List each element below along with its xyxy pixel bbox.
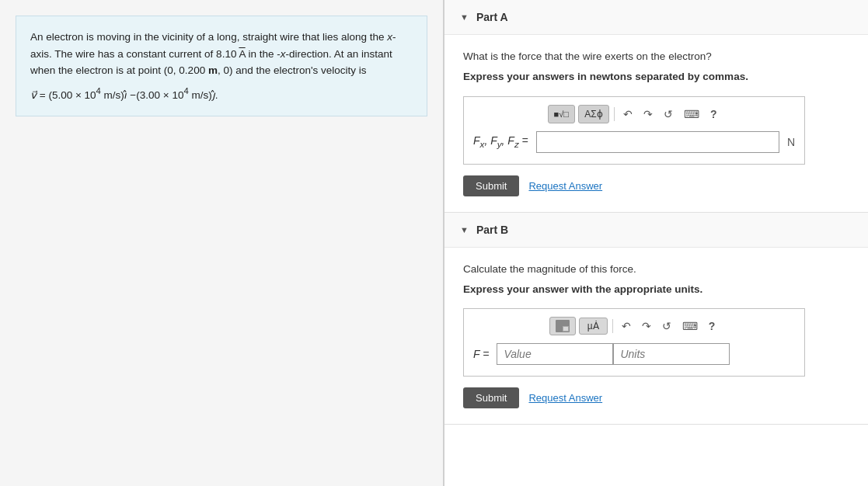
part-a-input-label: Fx, Fy, Fz =: [473, 134, 528, 149]
part-a-chevron-icon: ▼: [460, 12, 469, 22]
part-a-redo-btn[interactable]: ↷: [640, 106, 657, 123]
part-b-undo-btn[interactable]: ↶: [618, 318, 635, 335]
part-a-action-row: Submit Request Answer: [463, 175, 849, 196]
part-a-unit: N: [787, 136, 795, 148]
part-b-answer-container: µȦ ↶ ↷ ↺ ⌨ ? F =: [463, 308, 805, 377]
part-b-value-input[interactable]: [497, 343, 613, 365]
part-a-template-btn[interactable]: ■√□: [548, 105, 575, 123]
part-a-answer-input[interactable]: [536, 131, 779, 153]
part-a-header[interactable]: ▼ Part A: [444, 0, 868, 35]
part-a-submit-button[interactable]: Submit: [463, 175, 519, 196]
part-b-header[interactable]: ▼ Part B: [444, 213, 868, 248]
part-a-section: ▼ Part A What is the force that the wire…: [444, 0, 868, 213]
part-b-reset-btn[interactable]: ↺: [658, 318, 675, 335]
part-a-label: Part A: [476, 11, 508, 23]
part-a-toolbar: ■√□ AΣϕ ↶ ↷ ↺ ⌨ ?: [473, 105, 795, 123]
part-b-toolbar: µȦ ↶ ↷ ↺ ⌨ ?: [473, 317, 795, 335]
part-b-template-btn[interactable]: [549, 317, 576, 335]
part-a-answer-container: ■√□ AΣϕ ↶ ↷ ↺ ⌨ ? Fx, Fy, Fz =: [463, 96, 805, 165]
part-a-input-row: Fx, Fy, Fz = N: [473, 131, 795, 153]
part-b-units-input[interactable]: [613, 343, 730, 365]
part-b-redo-btn[interactable]: ↷: [638, 318, 655, 335]
left-panel: An electron is moving in the vicinity of…: [0, 0, 443, 486]
part-a-keyboard-btn[interactable]: ⌨: [680, 106, 703, 123]
part-b-submit-button[interactable]: Submit: [463, 387, 519, 408]
part-b-chevron-icon: ▼: [460, 225, 469, 234]
part-b-instruction: Express your answer with the appropriate…: [463, 282, 849, 297]
part-b-keyboard-btn[interactable]: ⌨: [678, 318, 702, 335]
part-b-content: Calculate the magnitude of this force. E…: [444, 248, 868, 425]
part-a-reset-btn[interactable]: ↺: [660, 106, 677, 123]
part-b-request-answer-button[interactable]: Request Answer: [528, 392, 602, 404]
part-b-input-label: F =: [473, 348, 489, 360]
problem-text: An electron is moving in the vicinity of…: [30, 29, 413, 79]
part-b-action-row: Submit Request Answer: [463, 387, 849, 408]
part-b-input-row: F =: [473, 343, 795, 365]
problem-equation: v⃗ = (5.00 × 104 m/s)ı̂ −(3.00 × 104 m/s…: [30, 84, 413, 103]
toolbar-sep-2: [612, 319, 613, 333]
part-b-units-btn[interactable]: µȦ: [579, 318, 608, 335]
part-b-label: Part B: [476, 224, 508, 236]
part-a-content: What is the force that the wire exerts o…: [444, 35, 868, 212]
right-panel: ▼ Part A What is the force that the wire…: [444, 0, 868, 486]
part-a-request-answer-button[interactable]: Request Answer: [528, 180, 602, 192]
part-b-question: Calculate the magnitude of this force.: [463, 262, 849, 277]
problem-box: An electron is moving in the vicinity of…: [16, 16, 427, 116]
part-a-symbol-btn[interactable]: AΣϕ: [578, 105, 609, 123]
part-b-value-units-row: [497, 343, 730, 365]
part-b-section: ▼ Part B Calculate the magnitude of this…: [444, 213, 868, 425]
part-b-help-btn[interactable]: ?: [705, 318, 720, 335]
part-a-question: What is the force that the wire exerts o…: [463, 49, 849, 64]
part-a-instruction: Express your answers in newtons separate…: [463, 69, 849, 85]
part-a-help-btn[interactable]: ?: [706, 106, 721, 123]
toolbar-sep-1: [614, 107, 615, 121]
part-a-undo-btn[interactable]: ↶: [619, 106, 636, 123]
